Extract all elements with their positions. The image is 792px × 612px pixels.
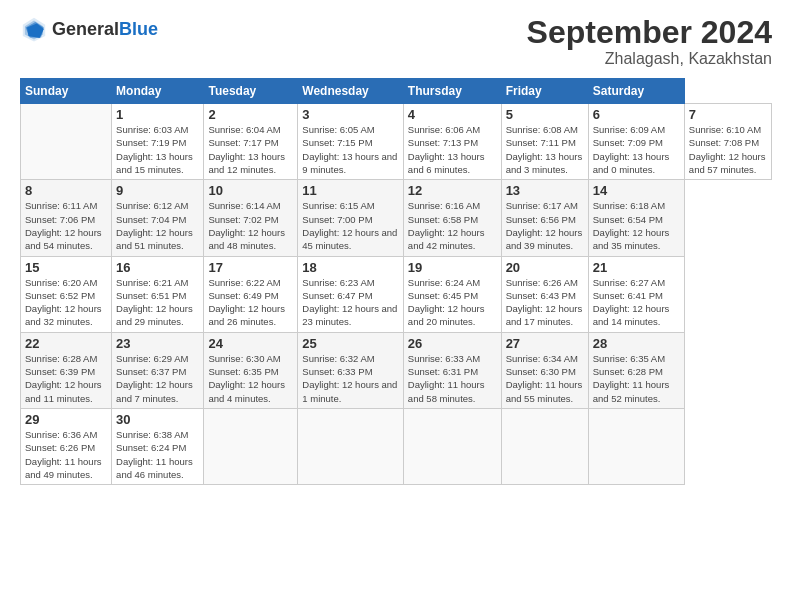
day-detail: Sunrise: 6:04 AMSunset: 7:17 PMDaylight:… — [208, 124, 285, 175]
day-cell-8: 8Sunrise: 6:11 AMSunset: 7:06 PMDaylight… — [21, 180, 112, 256]
day-detail: Sunrise: 6:14 AMSunset: 7:02 PMDaylight:… — [208, 200, 285, 251]
day-detail: Sunrise: 6:08 AMSunset: 7:11 PMDaylight:… — [506, 124, 583, 175]
day-number: 21 — [593, 260, 680, 275]
day-cell-12: 12Sunrise: 6:16 AMSunset: 6:58 PMDayligh… — [403, 180, 501, 256]
day-number: 27 — [506, 336, 584, 351]
day-number: 1 — [116, 107, 199, 122]
col-header-thursday: Thursday — [403, 79, 501, 104]
day-cell-25: 25Sunrise: 6:32 AMSunset: 6:33 PMDayligh… — [298, 332, 404, 408]
day-number: 13 — [506, 183, 584, 198]
day-number: 24 — [208, 336, 293, 351]
empty-cell — [403, 408, 501, 484]
day-detail: Sunrise: 6:24 AMSunset: 6:45 PMDaylight:… — [408, 277, 485, 328]
day-cell-26: 26Sunrise: 6:33 AMSunset: 6:31 PMDayligh… — [403, 332, 501, 408]
day-cell-21: 21Sunrise: 6:27 AMSunset: 6:41 PMDayligh… — [588, 256, 684, 332]
day-cell-1: 1Sunrise: 6:03 AMSunset: 7:19 PMDaylight… — [112, 104, 204, 180]
day-cell-11: 11Sunrise: 6:15 AMSunset: 7:00 PMDayligh… — [298, 180, 404, 256]
logo-icon — [20, 15, 48, 43]
day-detail: Sunrise: 6:36 AMSunset: 6:26 PMDaylight:… — [25, 429, 102, 480]
day-number: 4 — [408, 107, 497, 122]
day-detail: Sunrise: 6:30 AMSunset: 6:35 PMDaylight:… — [208, 353, 285, 404]
day-number: 5 — [506, 107, 584, 122]
day-detail: Sunrise: 6:15 AMSunset: 7:00 PMDaylight:… — [302, 200, 397, 251]
col-header-tuesday: Tuesday — [204, 79, 298, 104]
day-cell-13: 13Sunrise: 6:17 AMSunset: 6:56 PMDayligh… — [501, 180, 588, 256]
day-number: 9 — [116, 183, 199, 198]
day-detail: Sunrise: 6:35 AMSunset: 6:28 PMDaylight:… — [593, 353, 670, 404]
day-detail: Sunrise: 6:06 AMSunset: 7:13 PMDaylight:… — [408, 124, 485, 175]
header: GeneralBlue September 2024 Zhalagash, Ka… — [20, 15, 772, 68]
day-detail: Sunrise: 6:34 AMSunset: 6:30 PMDaylight:… — [506, 353, 583, 404]
col-header-monday: Monday — [112, 79, 204, 104]
day-number: 8 — [25, 183, 107, 198]
day-detail: Sunrise: 6:28 AMSunset: 6:39 PMDaylight:… — [25, 353, 102, 404]
day-cell-4: 4Sunrise: 6:06 AMSunset: 7:13 PMDaylight… — [403, 104, 501, 180]
day-number: 14 — [593, 183, 680, 198]
day-detail: Sunrise: 6:03 AMSunset: 7:19 PMDaylight:… — [116, 124, 193, 175]
day-cell-30: 30Sunrise: 6:38 AMSunset: 6:24 PMDayligh… — [112, 408, 204, 484]
empty-cell — [588, 408, 684, 484]
title-block: September 2024 Zhalagash, Kazakhstan — [527, 15, 772, 68]
day-cell-22: 22Sunrise: 6:28 AMSunset: 6:39 PMDayligh… — [21, 332, 112, 408]
day-detail: Sunrise: 6:09 AMSunset: 7:09 PMDaylight:… — [593, 124, 670, 175]
week-row-5: 29Sunrise: 6:36 AMSunset: 6:26 PMDayligh… — [21, 408, 772, 484]
day-cell-28: 28Sunrise: 6:35 AMSunset: 6:28 PMDayligh… — [588, 332, 684, 408]
day-number: 20 — [506, 260, 584, 275]
day-number: 22 — [25, 336, 107, 351]
day-number: 10 — [208, 183, 293, 198]
day-detail: Sunrise: 6:12 AMSunset: 7:04 PMDaylight:… — [116, 200, 193, 251]
week-row-1: 1Sunrise: 6:03 AMSunset: 7:19 PMDaylight… — [21, 104, 772, 180]
day-detail: Sunrise: 6:23 AMSunset: 6:47 PMDaylight:… — [302, 277, 397, 328]
day-number: 7 — [689, 107, 767, 122]
day-number: 26 — [408, 336, 497, 351]
day-number: 30 — [116, 412, 199, 427]
day-detail: Sunrise: 6:22 AMSunset: 6:49 PMDaylight:… — [208, 277, 285, 328]
day-cell-14: 14Sunrise: 6:18 AMSunset: 6:54 PMDayligh… — [588, 180, 684, 256]
day-cell-29: 29Sunrise: 6:36 AMSunset: 6:26 PMDayligh… — [21, 408, 112, 484]
day-cell-15: 15Sunrise: 6:20 AMSunset: 6:52 PMDayligh… — [21, 256, 112, 332]
logo-general-text: GeneralBlue — [52, 20, 158, 39]
col-header-sunday: Sunday — [21, 79, 112, 104]
day-number: 17 — [208, 260, 293, 275]
day-number: 2 — [208, 107, 293, 122]
empty-cell — [21, 104, 112, 180]
day-number: 25 — [302, 336, 399, 351]
day-number: 6 — [593, 107, 680, 122]
day-cell-5: 5Sunrise: 6:08 AMSunset: 7:11 PMDaylight… — [501, 104, 588, 180]
col-header-friday: Friday — [501, 79, 588, 104]
page: GeneralBlue September 2024 Zhalagash, Ka… — [0, 0, 792, 612]
week-row-2: 8Sunrise: 6:11 AMSunset: 7:06 PMDaylight… — [21, 180, 772, 256]
day-cell-17: 17Sunrise: 6:22 AMSunset: 6:49 PMDayligh… — [204, 256, 298, 332]
day-detail: Sunrise: 6:33 AMSunset: 6:31 PMDaylight:… — [408, 353, 485, 404]
day-detail: Sunrise: 6:17 AMSunset: 6:56 PMDaylight:… — [506, 200, 583, 251]
day-cell-23: 23Sunrise: 6:29 AMSunset: 6:37 PMDayligh… — [112, 332, 204, 408]
day-number: 18 — [302, 260, 399, 275]
day-cell-27: 27Sunrise: 6:34 AMSunset: 6:30 PMDayligh… — [501, 332, 588, 408]
day-detail: Sunrise: 6:16 AMSunset: 6:58 PMDaylight:… — [408, 200, 485, 251]
day-cell-7: 7Sunrise: 6:10 AMSunset: 7:08 PMDaylight… — [684, 104, 771, 180]
calendar-table: SundayMondayTuesdayWednesdayThursdayFrid… — [20, 78, 772, 485]
day-number: 12 — [408, 183, 497, 198]
day-detail: Sunrise: 6:27 AMSunset: 6:41 PMDaylight:… — [593, 277, 670, 328]
day-detail: Sunrise: 6:29 AMSunset: 6:37 PMDaylight:… — [116, 353, 193, 404]
day-detail: Sunrise: 6:11 AMSunset: 7:06 PMDaylight:… — [25, 200, 102, 251]
header-row: SundayMondayTuesdayWednesdayThursdayFrid… — [21, 79, 772, 104]
day-number: 15 — [25, 260, 107, 275]
day-cell-2: 2Sunrise: 6:04 AMSunset: 7:17 PMDaylight… — [204, 104, 298, 180]
day-cell-9: 9Sunrise: 6:12 AMSunset: 7:04 PMDaylight… — [112, 180, 204, 256]
week-row-4: 22Sunrise: 6:28 AMSunset: 6:39 PMDayligh… — [21, 332, 772, 408]
day-cell-19: 19Sunrise: 6:24 AMSunset: 6:45 PMDayligh… — [403, 256, 501, 332]
day-number: 3 — [302, 107, 399, 122]
day-detail: Sunrise: 6:18 AMSunset: 6:54 PMDaylight:… — [593, 200, 670, 251]
day-detail: Sunrise: 6:21 AMSunset: 6:51 PMDaylight:… — [116, 277, 193, 328]
empty-cell — [501, 408, 588, 484]
day-number: 23 — [116, 336, 199, 351]
subtitle: Zhalagash, Kazakhstan — [527, 50, 772, 68]
day-detail: Sunrise: 6:32 AMSunset: 6:33 PMDaylight:… — [302, 353, 397, 404]
day-cell-24: 24Sunrise: 6:30 AMSunset: 6:35 PMDayligh… — [204, 332, 298, 408]
col-header-saturday: Saturday — [588, 79, 684, 104]
day-cell-6: 6Sunrise: 6:09 AMSunset: 7:09 PMDaylight… — [588, 104, 684, 180]
empty-cell — [204, 408, 298, 484]
day-cell-3: 3Sunrise: 6:05 AMSunset: 7:15 PMDaylight… — [298, 104, 404, 180]
week-row-3: 15Sunrise: 6:20 AMSunset: 6:52 PMDayligh… — [21, 256, 772, 332]
